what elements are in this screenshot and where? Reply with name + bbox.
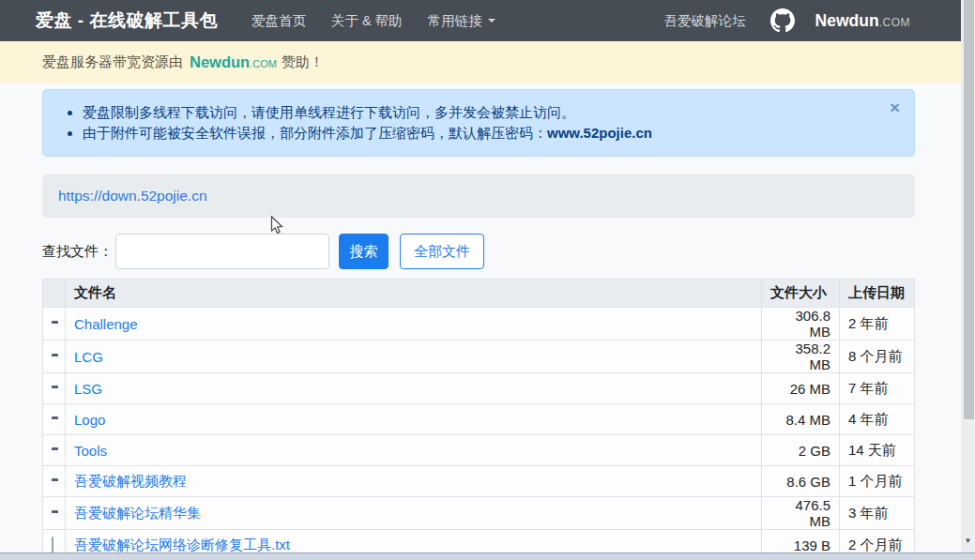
row-name-cell: 吾爱破解视频教程 bbox=[66, 466, 762, 497]
name-column-header: 文件名 bbox=[66, 280, 762, 308]
forum-link[interactable]: 吾爱破解论坛 bbox=[664, 12, 746, 30]
row-size-cell: 476.5 MB bbox=[762, 497, 840, 530]
sponsor-text-suffix: 赞助！ bbox=[282, 53, 324, 71]
nav-links: 爱盘首页 关于 & 帮助 常用链接 bbox=[251, 12, 521, 30]
file-link[interactable]: Challenge bbox=[74, 316, 138, 332]
file-link[interactable]: 吾爱破解论坛精华集 bbox=[74, 505, 201, 521]
row-icon-cell bbox=[43, 466, 66, 497]
row-icon-cell bbox=[43, 341, 66, 373]
row-date-cell: 4 年前 bbox=[840, 404, 915, 435]
row-date-cell: 8 个月前 bbox=[840, 341, 915, 373]
navbar-right: 吾爱破解论坛 Newdun .COM bbox=[664, 8, 910, 33]
nav-item-common-links-label: 常用链接 bbox=[428, 12, 482, 30]
row-size-cell: 26 MB bbox=[762, 373, 840, 404]
file-icon bbox=[52, 537, 53, 554]
icon-column-header bbox=[43, 280, 66, 308]
nav-item-home[interactable]: 爱盘首页 bbox=[251, 12, 306, 30]
row-size-cell: 8.4 MB bbox=[762, 404, 840, 435]
breadcrumb: https://down.52pojie.cn bbox=[42, 174, 915, 218]
row-size-cell: 2 GB bbox=[762, 435, 840, 466]
search-label: 查找文件： bbox=[42, 243, 113, 261]
top-navbar: 爱盘 - 在线破解工具包 爱盘首页 关于 & 帮助 常用链接 吾爱破解论坛 Ne… bbox=[0, 0, 961, 41]
sponsor-newdun-link[interactable]: Newdun .COM bbox=[190, 53, 277, 71]
nav-item-about-help[interactable]: 关于 & 帮助 bbox=[331, 12, 403, 30]
row-date-cell: 7 年前 bbox=[840, 373, 915, 404]
row-size-cell: 306.8 MB bbox=[762, 308, 840, 341]
table-row: Logo 8.4 MB 4 年前 bbox=[43, 404, 915, 435]
main-container: 爱盘限制多线程下载访问，请使用单线程进行下载访问，多并发会被禁止访问。 由于附件… bbox=[42, 89, 915, 560]
row-icon-cell bbox=[43, 308, 66, 341]
row-size-cell: 358.2 MB bbox=[762, 341, 840, 373]
row-date-cell: 3 年前 bbox=[840, 497, 915, 530]
file-link[interactable]: LSG bbox=[74, 381, 102, 397]
browser-viewport: 爱盘 - 在线破解工具包 爱盘首页 关于 & 帮助 常用链接 吾爱破解论坛 Ne… bbox=[0, 0, 975, 560]
close-icon[interactable]: × bbox=[890, 98, 900, 116]
row-name-cell: Logo bbox=[66, 404, 762, 435]
table-row: LCG 358.2 MB 8 个月前 bbox=[43, 341, 915, 373]
alert-password: www.52pojie.cn bbox=[547, 125, 652, 141]
row-icon-cell bbox=[43, 373, 66, 404]
newdun-logo[interactable]: Newdun .COM bbox=[815, 11, 910, 31]
row-date-cell: 14 天前 bbox=[840, 435, 915, 466]
alert-line-2-text: 由于附件可能被安全软件误报，部分附件添加了压缩密码，默认解压密码： bbox=[83, 125, 547, 141]
file-table: 文件名 文件大小 上传日期 Challenge 306.8 MB 2 年前 LC bbox=[42, 279, 915, 560]
alert-line-2: 由于附件可能被安全软件误报，部分附件添加了压缩密码，默认解压密码：www.52p… bbox=[83, 123, 873, 144]
sponsor-text-prefix: 爱盘服务器带宽资源由 bbox=[42, 53, 183, 71]
row-icon-cell bbox=[43, 497, 66, 530]
table-row: Challenge 306.8 MB 2 年前 bbox=[43, 308, 915, 341]
page: 爱盘 - 在线破解工具包 爱盘首页 关于 & 帮助 常用链接 吾爱破解论坛 Ne… bbox=[0, 0, 961, 560]
info-alert: 爱盘限制多线程下载访问，请使用单线程进行下载访问，多并发会被禁止访问。 由于附件… bbox=[42, 89, 915, 157]
table-header-row: 文件名 文件大小 上传日期 bbox=[43, 280, 915, 308]
table-row: Tools 2 GB 14 天前 bbox=[43, 435, 915, 466]
breadcrumb-root-link[interactable]: https://down.52pojie.cn bbox=[58, 188, 207, 204]
search-input[interactable] bbox=[115, 234, 329, 269]
file-link[interactable]: LCG bbox=[74, 349, 103, 365]
chevron-down-icon bbox=[488, 19, 495, 23]
vertical-scrollbar[interactable]: ▼ bbox=[961, 0, 975, 560]
newdun-logo-suffix: .COM bbox=[879, 16, 910, 29]
row-name-cell: 吾爱破解论坛精华集 bbox=[66, 497, 762, 530]
taskbar-edge bbox=[0, 552, 975, 560]
row-date-cell: 1 个月前 bbox=[840, 466, 915, 497]
all-files-button[interactable]: 全部文件 bbox=[400, 234, 484, 269]
row-name-cell: Challenge bbox=[66, 308, 762, 341]
table-row: 吾爱破解论坛精华集 476.5 MB 3 年前 bbox=[43, 497, 915, 530]
row-size-cell: 8.6 GB bbox=[762, 466, 840, 497]
row-date-cell: 2 年前 bbox=[840, 308, 915, 341]
file-link[interactable]: 吾爱破解视频教程 bbox=[74, 473, 187, 489]
sponsor-newdun-suffix: .COM bbox=[250, 58, 277, 69]
table-row: 吾爱破解视频教程 8.6 GB 1 个月前 bbox=[43, 466, 915, 497]
file-link[interactable]: 吾爱破解论坛网络诊断修复工具.txt bbox=[74, 537, 290, 552]
newdun-logo-main: Newdun bbox=[815, 11, 879, 31]
search-button[interactable]: 搜索 bbox=[339, 234, 388, 269]
date-column-header: 上传日期 bbox=[840, 280, 915, 308]
github-icon[interactable] bbox=[770, 8, 795, 33]
row-icon-cell bbox=[43, 435, 66, 466]
size-column-header: 文件大小 bbox=[762, 280, 840, 308]
scrollbar-thumb[interactable] bbox=[964, 0, 974, 419]
nav-item-common-links[interactable]: 常用链接 bbox=[428, 12, 495, 30]
alert-list: 爱盘限制多线程下载访问，请使用单线程进行下载访问，多并发会被禁止访问。 由于附件… bbox=[63, 102, 873, 144]
alert-line-1: 爱盘限制多线程下载访问，请使用单线程进行下载访问，多并发会被禁止访问。 bbox=[83, 102, 873, 123]
file-link[interactable]: Tools bbox=[74, 443, 107, 459]
row-name-cell: LCG bbox=[66, 341, 762, 373]
table-row: LSG 26 MB 7 年前 bbox=[43, 373, 915, 404]
sponsor-banner: 爱盘服务器带宽资源由 Newdun .COM 赞助！ bbox=[0, 41, 961, 83]
scrollbar-down-arrow-icon[interactable]: ▼ bbox=[961, 537, 975, 546]
sponsor-newdun-main: Newdun bbox=[190, 53, 250, 71]
row-name-cell: LSG bbox=[66, 373, 762, 404]
site-brand[interactable]: 爱盘 - 在线破解工具包 bbox=[36, 8, 218, 33]
file-link[interactable]: Logo bbox=[74, 412, 105, 428]
row-name-cell: Tools bbox=[66, 435, 762, 466]
search-toolbar: 查找文件： 搜索 全部文件 bbox=[42, 234, 915, 269]
row-icon-cell bbox=[43, 404, 66, 435]
